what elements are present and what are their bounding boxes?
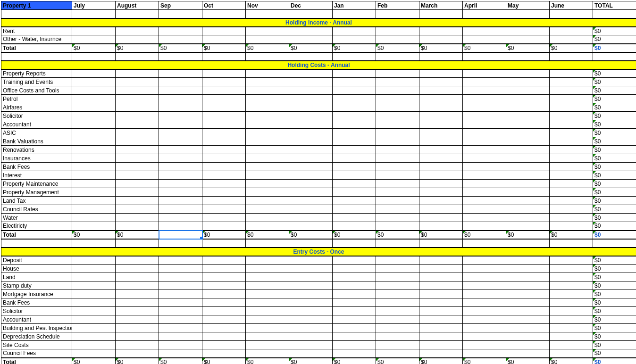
cell[interactable] (116, 171, 159, 180)
cell[interactable] (116, 154, 159, 163)
header-month-5[interactable]: Dec (289, 1, 333, 10)
cell[interactable] (202, 120, 246, 129)
cell[interactable] (246, 188, 289, 197)
spacer-cell[interactable] (463, 239, 506, 248)
cell[interactable] (333, 27, 376, 35)
cell[interactable] (506, 163, 550, 171)
cell[interactable] (419, 315, 463, 324)
cell[interactable] (246, 197, 289, 205)
cell[interactable] (419, 298, 463, 307)
cell[interactable] (289, 256, 333, 265)
cell[interactable] (202, 315, 246, 324)
cell[interactable] (376, 154, 419, 163)
cell[interactable] (289, 69, 333, 78)
row-label[interactable]: Petrol (1, 95, 72, 103)
section-total-month[interactable]: $0 (419, 231, 463, 239)
cell[interactable] (289, 171, 333, 180)
section-total-month[interactable]: $0 (550, 231, 593, 239)
cell[interactable] (159, 332, 202, 341)
spacer-cell[interactable] (333, 239, 376, 248)
cell[interactable] (550, 180, 593, 188)
cell[interactable] (419, 290, 463, 298)
cell[interactable] (376, 69, 419, 78)
cell[interactable] (72, 315, 116, 324)
section-total-month[interactable]: $0 (202, 231, 246, 239)
cell[interactable] (72, 35, 116, 44)
cell[interactable] (506, 129, 550, 137)
cell[interactable] (246, 273, 289, 281)
cell[interactable] (116, 332, 159, 341)
cell[interactable] (72, 120, 116, 129)
cell[interactable] (116, 205, 159, 214)
section-total-month[interactable]: $0 (246, 358, 289, 364)
cell[interactable] (116, 35, 159, 44)
cell[interactable] (289, 281, 333, 290)
cell[interactable] (506, 35, 550, 44)
cell[interactable] (289, 146, 333, 154)
cell[interactable] (376, 298, 419, 307)
cell[interactable] (506, 214, 550, 222)
cell[interactable] (246, 205, 289, 214)
cell[interactable] (463, 324, 506, 332)
cell[interactable] (289, 35, 333, 44)
section-total-month[interactable]: $0 (72, 231, 116, 239)
spacer-cell[interactable] (376, 52, 419, 61)
cell[interactable] (72, 163, 116, 171)
spacer-cell[interactable] (376, 239, 419, 248)
cell[interactable] (506, 307, 550, 315)
cell[interactable] (550, 171, 593, 180)
cell[interactable] (72, 214, 116, 222)
spacer-cell[interactable] (159, 52, 202, 61)
section-total-month[interactable]: $0 (202, 358, 246, 364)
section-total-month[interactable]: $0 (463, 231, 506, 239)
cell[interactable] (463, 27, 506, 35)
cell[interactable] (463, 129, 506, 137)
header-month-8[interactable]: March (419, 1, 463, 10)
row-label[interactable]: Bank Fees (1, 163, 72, 171)
row-label[interactable]: Land (1, 273, 72, 281)
cell[interactable] (202, 341, 246, 349)
cell[interactable] (376, 112, 419, 120)
cell[interactable] (419, 129, 463, 137)
cell[interactable] (550, 95, 593, 103)
cell[interactable] (419, 265, 463, 273)
cell[interactable] (289, 137, 333, 146)
cell[interactable] (419, 273, 463, 281)
cell[interactable] (550, 222, 593, 231)
cell[interactable] (202, 78, 246, 86)
spacer-cell[interactable] (289, 10, 333, 18)
cell[interactable] (202, 265, 246, 273)
cell[interactable] (419, 341, 463, 349)
cell[interactable] (72, 180, 116, 188)
cell[interactable] (159, 171, 202, 180)
spacer-cell[interactable] (463, 10, 506, 18)
cell[interactable] (550, 120, 593, 129)
cell[interactable] (289, 298, 333, 307)
cell[interactable] (333, 222, 376, 231)
row-total[interactable]: $0 (593, 332, 636, 341)
cell[interactable] (202, 154, 246, 163)
section-total-label[interactable]: Total (1, 231, 72, 239)
cell[interactable] (289, 290, 333, 298)
row-total[interactable]: $0 (593, 273, 636, 281)
cell[interactable] (289, 154, 333, 163)
section-total-month[interactable]: $0 (116, 44, 159, 52)
row-label[interactable]: Site Costs (1, 341, 72, 349)
cell[interactable] (72, 69, 116, 78)
cell[interactable] (419, 188, 463, 197)
cell[interactable] (246, 112, 289, 120)
row-total[interactable]: $0 (593, 324, 636, 332)
cell[interactable] (333, 180, 376, 188)
spacer-cell[interactable] (593, 239, 636, 248)
cell[interactable] (463, 112, 506, 120)
section-total-month[interactable] (159, 231, 202, 239)
spreadsheet-table[interactable]: Property 1JulyAugustSepOctNovDecJanFebMa… (1, 1, 636, 364)
cell[interactable] (72, 95, 116, 103)
cell[interactable] (246, 163, 289, 171)
cell[interactable] (376, 103, 419, 112)
cell[interactable] (72, 349, 116, 358)
cell[interactable] (550, 265, 593, 273)
cell[interactable] (289, 95, 333, 103)
cell[interactable] (506, 256, 550, 265)
cell[interactable] (506, 349, 550, 358)
